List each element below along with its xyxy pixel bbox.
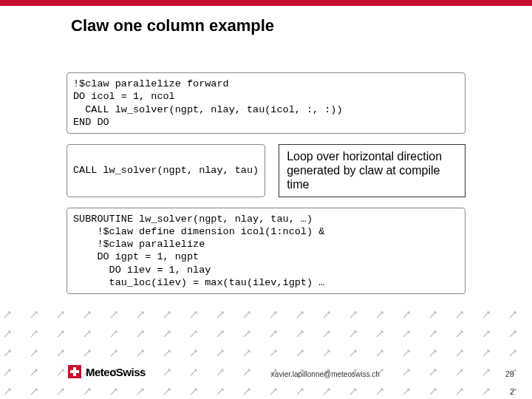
slide-title: Claw one column example bbox=[71, 16, 532, 35]
svg-rect-0 bbox=[0, 303, 532, 399]
top-accent-bar bbox=[0, 0, 532, 6]
page-number: 29 bbox=[505, 369, 514, 378]
background-pattern bbox=[0, 303, 532, 399]
annotation-box: Loop over horizontal direction generated… bbox=[279, 144, 466, 197]
code-block-1: !$claw parallelize forward DO icol = 1, … bbox=[66, 72, 466, 134]
page-number-secondary: 2 bbox=[510, 387, 514, 396]
logo-text: MeteoSwiss bbox=[86, 366, 146, 378]
logo: MeteoSwiss bbox=[68, 365, 146, 378]
code-block-2: CALL lw_solver(ngpt, nlay, tau) bbox=[66, 144, 265, 197]
slide-content: !$claw parallelize forward DO icol = 1, … bbox=[66, 72, 466, 294]
footer: MeteoSwiss xavier.lapillonne@meteoswiss.… bbox=[68, 365, 514, 378]
row-code-annotation: CALL lw_solver(ngpt, nlay, tau) Loop ove… bbox=[66, 144, 466, 197]
code-block-3: SUBROUTINE lw_solver(ngpt, nlay, tau, …)… bbox=[66, 208, 466, 295]
swiss-flag-icon bbox=[68, 365, 81, 378]
footer-email: xavier.lapillonne@meteoswiss.ch bbox=[271, 370, 380, 378]
